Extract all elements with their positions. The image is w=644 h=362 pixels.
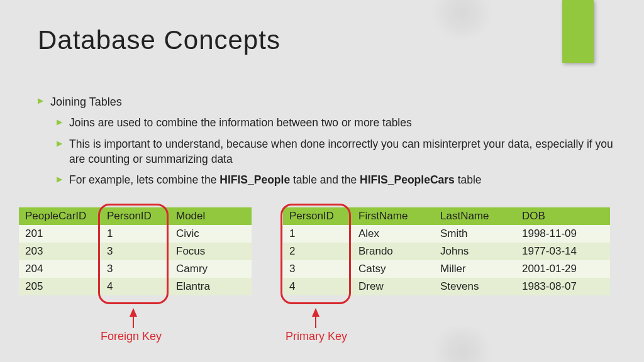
td: Civic: [170, 225, 252, 243]
th: PersonID: [101, 207, 170, 225]
table-row: 3CatsyMiller2001-01-29: [283, 260, 610, 278]
t: HIFIS_PeopleCars: [360, 173, 455, 186]
td: Focus: [170, 243, 252, 260]
td: 1: [101, 225, 170, 243]
th: Model: [170, 207, 252, 225]
td: Catsy: [352, 260, 434, 278]
td: 204: [19, 260, 101, 278]
table-people-cars: PeopleCarID PersonID Model 2011Civic 203…: [19, 207, 252, 295]
td: 1983-08-07: [516, 278, 610, 295]
t: table and the: [290, 173, 360, 186]
td: Camry: [170, 260, 252, 278]
td: Miller: [434, 260, 516, 278]
th: LastName: [434, 207, 516, 225]
table-row: 2043Camry: [19, 260, 252, 278]
table-row: 2054Elantra: [19, 278, 252, 295]
td: 2001-01-29: [516, 260, 610, 278]
page-title: Database Concepts: [38, 25, 280, 55]
t: HIFIS_People: [219, 173, 290, 186]
content-area: Joining Tables Joins are used to combine…: [38, 94, 619, 194]
t: For example, lets combine the: [69, 173, 219, 186]
td: Drew: [352, 278, 434, 295]
td: 203: [19, 243, 101, 260]
accent-tab: [562, 0, 594, 63]
bullet-main: Joining Tables: [38, 94, 619, 109]
table-people: PersonID FirstName LastName DOB 1AlexSmi…: [283, 207, 610, 295]
td: 3: [283, 260, 352, 278]
table-row: 2033Focus: [19, 243, 252, 260]
th: DOB: [516, 207, 610, 225]
td: Stevens: [434, 278, 516, 295]
th: PeopleCarID: [19, 207, 101, 225]
td: 3: [101, 243, 170, 260]
td: 1: [283, 225, 352, 243]
td: Johns: [434, 243, 516, 260]
table-row: 2011Civic: [19, 225, 252, 243]
th: FirstName: [352, 207, 434, 225]
td: Brando: [352, 243, 434, 260]
primary-key-label: Primary Key: [286, 330, 347, 343]
foreign-key-label: Foreign Key: [101, 330, 162, 343]
td: Alex: [352, 225, 434, 243]
table-row: 4DrewStevens1983-08-07: [283, 278, 610, 295]
th: PersonID: [283, 207, 352, 225]
td: 201: [19, 225, 101, 243]
td: 2: [283, 243, 352, 260]
td: Smith: [434, 225, 516, 243]
td: 1998-11-09: [516, 225, 610, 243]
bullet-sub3: For example, lets combine the HIFIS_Peop…: [57, 173, 619, 188]
table-row: 1AlexSmith1998-11-09: [283, 225, 610, 243]
bullet-sub1: Joins are used to combine the informatio…: [57, 116, 619, 131]
td: 3: [101, 260, 170, 278]
arrow-stem: [133, 315, 134, 328]
table-row: 2BrandoJohns1977-03-14: [283, 243, 610, 260]
td: 4: [283, 278, 352, 295]
td: 1977-03-14: [516, 243, 610, 260]
td: Elantra: [170, 278, 252, 295]
tables-area: PeopleCarID PersonID Model 2011Civic 203…: [19, 207, 625, 295]
td: 205: [19, 278, 101, 295]
td: 4: [101, 278, 170, 295]
bullet-sub2: This is important to understand, because…: [57, 137, 619, 167]
arrow-stem: [315, 315, 316, 328]
t: table: [455, 173, 482, 186]
